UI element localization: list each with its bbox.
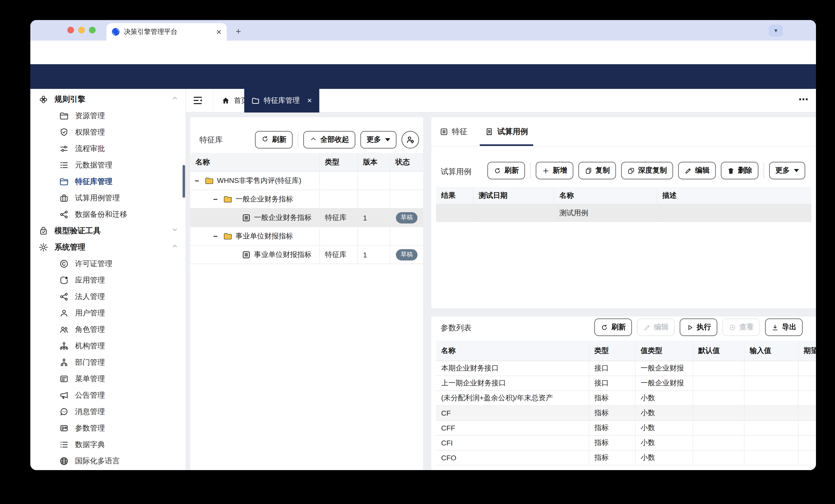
macos-zoom-button[interactable]	[89, 27, 96, 34]
action-button-2[interactable]: 执行	[680, 318, 717, 336]
sidebar-item-0-0[interactable]: 资源管理	[30, 107, 186, 124]
sidebar-item-2-9[interactable]: 消息管理	[30, 403, 186, 420]
param-row[interactable]: CF指标小数	[436, 406, 816, 421]
sidebar-item-0-3[interactable]: 元数据管理	[30, 157, 186, 173]
sidebar-item-0-5[interactable]: 试算用例管理	[30, 190, 186, 206]
refresh-button[interactable]: 刷新	[255, 131, 292, 148]
caret-down-icon	[794, 169, 799, 172]
button-label: 更多	[775, 166, 790, 175]
param-cell	[798, 406, 816, 420]
tree-collapse-toggle[interactable]: −	[212, 195, 219, 204]
param-row[interactable]: 本期企业财务接口接口一般企业财报	[436, 361, 816, 376]
param-cell	[745, 450, 798, 465]
sidebar-item-2-2[interactable]: 法人管理	[30, 288, 186, 304]
cell-text: 小数	[640, 408, 655, 418]
table-header-row: 名称类型版本状态	[190, 153, 423, 172]
sidebar-item-2-10[interactable]: 参数管理	[30, 420, 186, 436]
tab-features[interactable]: 特征	[434, 117, 472, 146]
tab-close-icon[interactable]: ✕	[307, 97, 312, 104]
new-tab-button[interactable]: ＋	[234, 25, 243, 37]
sidebar-group-label: 规则引擎	[55, 94, 165, 104]
sidebar-item-2-11[interactable]: 数据字典	[30, 436, 186, 453]
param-cell: 一般企业财报	[635, 361, 693, 376]
case-row[interactable]: 测试用例	[436, 205, 811, 222]
sidebar-item-2-12[interactable]: 国际化多语言	[30, 453, 186, 469]
action-button-4[interactable]: 导出	[765, 318, 802, 336]
sidebar-item-2-1[interactable]: 应用管理	[30, 272, 186, 288]
more-button-6[interactable]: 更多	[769, 162, 805, 179]
tabstrip-chevron-icon[interactable]: ▾	[769, 25, 783, 37]
sidebar-item-2-7[interactable]: 菜单管理	[30, 371, 186, 387]
cell-text: CFO	[441, 454, 456, 462]
column-header: 输入值	[745, 341, 798, 361]
sidebar-item-2-8[interactable]: 公告管理	[30, 387, 186, 403]
sidebar-scrollbar[interactable]	[183, 165, 185, 198]
more-button[interactable]: 更多	[361, 131, 396, 148]
action-button-0[interactable]: 刷新	[594, 318, 632, 336]
sidebar-item-2-4[interactable]: 角色管理	[30, 321, 186, 338]
tab-label: 试算用例	[497, 127, 528, 136]
macos-minimize-button[interactable]	[78, 27, 85, 34]
action-button-3[interactable]: 深度复制	[621, 162, 673, 179]
param-row[interactable]: 上一期企业财务接口接口一般企业财报	[436, 376, 816, 391]
param-row[interactable]: CFO指标小数	[436, 450, 816, 465]
tree-collapse-toggle[interactable]: −	[212, 232, 219, 240]
param-row[interactable]: CFI指标小数	[436, 436, 816, 450]
feature-tree-row[interactable]: −事业单位财报指标	[190, 227, 423, 246]
param-row[interactable]: (未分配利润+盈余公积)/年末总资产指标小数	[436, 391, 816, 406]
param-row[interactable]: CFF指标小数	[436, 421, 816, 436]
action-button-0[interactable]: 刷新	[487, 162, 525, 179]
sidebar-group-2[interactable]: 系统管理	[30, 239, 186, 255]
param-cell: CFO	[436, 450, 589, 465]
browser-tab-strip: 决策引擎管理平台 ✕ ＋ ▾	[30, 20, 816, 41]
sidebar-item-2-0[interactable]: 许可证管理	[30, 255, 186, 272]
action-button-1[interactable]: 新增	[536, 162, 573, 179]
feature-tree-row[interactable]: −一般企业财务指标	[190, 190, 423, 209]
sidebar-item-0-4[interactable]: 特征库管理	[30, 173, 186, 190]
sidebar-item-0-6[interactable]: 数据备份和迁移	[30, 206, 186, 223]
tree-node-name: WHNS非零售内评(特征库)	[217, 176, 301, 185]
user-settings-button[interactable]	[402, 131, 419, 148]
action-button-1[interactable]: 编辑	[637, 318, 675, 336]
sidebar-group-1[interactable]: 模型验证工具	[30, 223, 186, 239]
sidebar-item-0-2[interactable]: 流程审批	[30, 140, 186, 157]
action-button-3[interactable]: 查看	[722, 318, 760, 336]
pencil-icon	[643, 323, 651, 331]
tab-close-icon[interactable]: ✕	[216, 28, 222, 36]
menu-fold-icon[interactable]	[192, 95, 203, 108]
bag-check-icon	[39, 226, 48, 235]
macos-close-button[interactable]	[67, 27, 74, 34]
folder-open-icon	[59, 176, 69, 186]
param-cell: CFF	[436, 421, 589, 435]
tree-status-cell: 草稿	[390, 246, 423, 264]
tree-name-cell: 事业单位财报指标	[190, 246, 320, 264]
share-icon	[59, 292, 69, 301]
sidebar-item-label: 用户管理	[75, 308, 178, 318]
param-cell	[693, 376, 745, 391]
param-cell	[798, 361, 816, 376]
feature-tree-row[interactable]: −WHNS非零售内评(特征库)	[190, 172, 423, 190]
cell-text: 小数	[640, 423, 655, 433]
doc-list-icon	[242, 213, 251, 222]
chevron-up-icon	[309, 135, 317, 144]
sidebar-item-2-6[interactable]: 部门管理	[30, 354, 186, 371]
tabbar-more-icon[interactable]: ⋯	[798, 93, 809, 105]
action-button-2[interactable]: 复制	[578, 162, 616, 179]
param-cell	[798, 391, 816, 405]
param-cell	[693, 361, 745, 376]
tab-title: 决策引擎管理平台	[124, 27, 212, 37]
tab-trial-cases[interactable]: 试算用例	[480, 117, 533, 146]
sidebar-group-0[interactable]: 规则引擎	[30, 91, 186, 107]
sidebar-item-0-1[interactable]: 权限管理	[30, 124, 186, 140]
browser-tab[interactable]: 决策引擎管理平台 ✕	[106, 23, 227, 41]
tab-feature-library[interactable]: 特征库管理 ✕	[244, 89, 319, 112]
collapse-all-button[interactable]: 全部收起	[303, 131, 355, 148]
action-button-5[interactable]: 删除	[721, 162, 758, 179]
feature-tree-row[interactable]: 一般企业财务指标特征库1草稿	[190, 209, 423, 227]
tree-type-cell: 特征库	[320, 246, 358, 264]
tree-collapse-toggle[interactable]: −	[193, 176, 201, 185]
sidebar-item-2-3[interactable]: 用户管理	[30, 304, 186, 321]
action-button-4[interactable]: 编辑	[678, 162, 716, 179]
sidebar-item-2-5[interactable]: 机构管理	[30, 338, 186, 354]
feature-tree-row[interactable]: 事业单位财报指标特征库1草稿	[190, 246, 423, 264]
